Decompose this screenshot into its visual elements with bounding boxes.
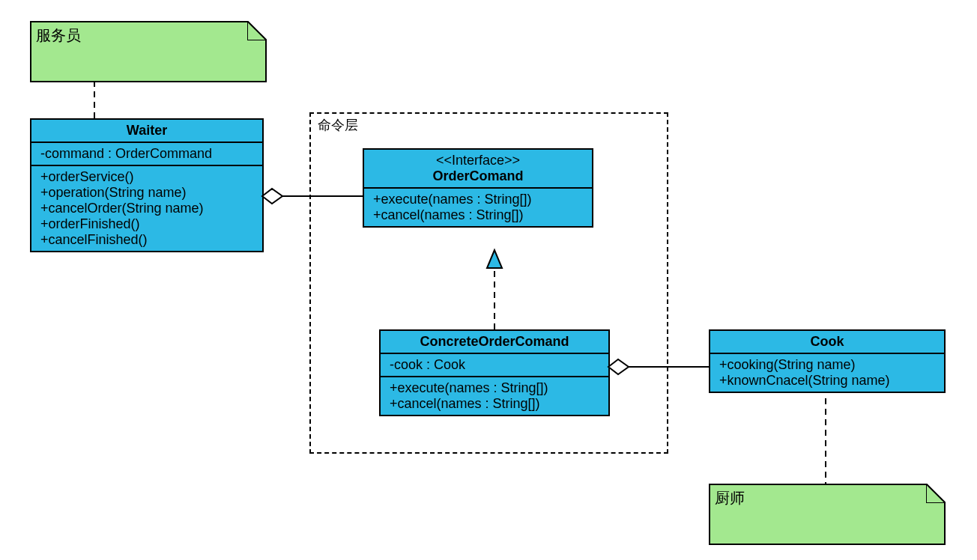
interface-ordercommand-name: OrderComand bbox=[373, 168, 583, 184]
interface-ordercommand-head: <<Interface>> OrderComand bbox=[364, 150, 592, 189]
class-waiter: Waiter -command : OrderCommand +orderSer… bbox=[30, 118, 264, 252]
class-cook: Cook +cooking(String name) +knownCnacel(… bbox=[709, 329, 946, 393]
class-cook-ops: +cooking(String name) +knownCnacel(Strin… bbox=[710, 354, 944, 392]
interface-ordercommand-ops: +execute(names : String[]) +cancel(names… bbox=[364, 189, 592, 226]
class-waiter-name: Waiter bbox=[31, 120, 262, 143]
note-waiter: 服务员 bbox=[30, 21, 267, 82]
op: +cancelOrder(String name) bbox=[40, 201, 253, 216]
op: +knownCnacel(String name) bbox=[719, 373, 935, 389]
package-command-layer-label: 命令层 bbox=[318, 116, 358, 134]
op: +orderService() bbox=[40, 169, 253, 185]
attr: -command : OrderCommand bbox=[40, 146, 253, 162]
op: +cancel(names : String[]) bbox=[390, 396, 599, 412]
class-concreteordercommand-attrs: -cook : Cook bbox=[381, 354, 608, 377]
stereotype: <<Interface>> bbox=[373, 153, 583, 168]
op: +execute(names : String[]) bbox=[390, 380, 599, 396]
op: +cancel(names : String[]) bbox=[373, 207, 583, 223]
class-concreteordercommand-ops: +execute(names : String[]) +cancel(names… bbox=[381, 377, 608, 415]
interface-ordercommand: <<Interface>> OrderComand +execute(names… bbox=[363, 148, 593, 228]
note-chef-label: 厨师 bbox=[715, 488, 745, 508]
op: +orderFinished() bbox=[40, 216, 253, 232]
op: +operation(String name) bbox=[40, 185, 253, 201]
op: +cooking(String name) bbox=[719, 357, 935, 373]
class-cook-name: Cook bbox=[710, 331, 944, 354]
attr: -cook : Cook bbox=[390, 357, 599, 373]
note-chef: 厨师 bbox=[709, 484, 946, 545]
class-concreteordercommand: ConcreteOrderComand -cook : Cook +execut… bbox=[379, 329, 610, 416]
op: +cancelFinished() bbox=[40, 232, 253, 248]
aggregation-diamond-waiter bbox=[262, 189, 282, 204]
op: +execute(names : String[]) bbox=[373, 192, 583, 207]
class-concreteordercommand-name: ConcreteOrderComand bbox=[381, 331, 608, 354]
class-waiter-attrs: -command : OrderCommand bbox=[31, 143, 262, 166]
class-waiter-ops: +orderService() +operation(String name) … bbox=[31, 166, 262, 251]
note-waiter-label: 服务员 bbox=[36, 25, 81, 46]
